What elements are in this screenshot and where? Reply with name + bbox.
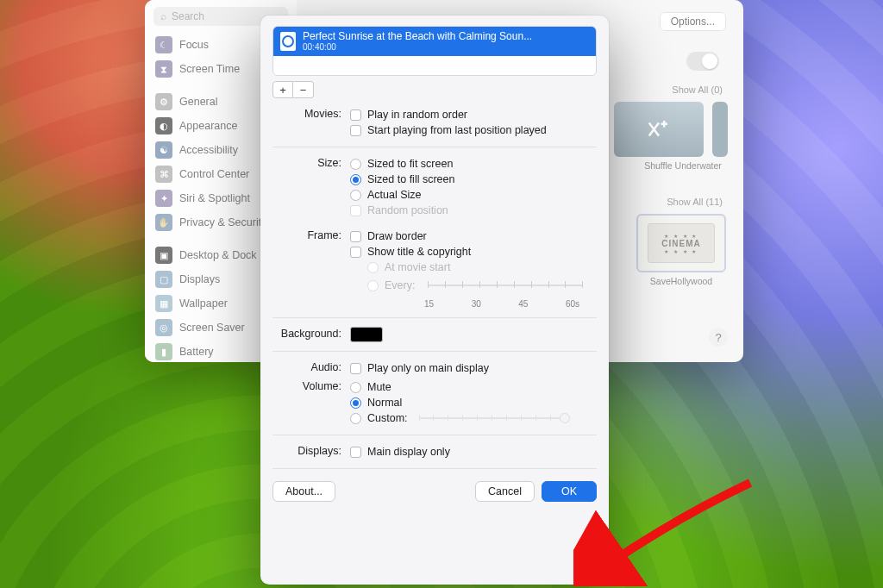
at-movie-start-option: At movie start: [350, 260, 597, 275]
volume-mute-option[interactable]: Mute: [350, 379, 597, 395]
option-label: Sized to fit screen: [367, 158, 453, 170]
movies-label: Movies:: [272, 107, 350, 120]
option-label: Sized to fill screen: [367, 173, 454, 185]
size-label: Size:: [272, 156, 350, 169]
audio-main-display-option[interactable]: Play only on main display: [350, 360, 597, 376]
hourglass-icon: ⧗: [155, 60, 172, 78]
divider: [272, 435, 597, 435]
accessibility-icon: ☯: [155, 141, 172, 159]
sidebar-item-label: General: [179, 96, 217, 108]
cancel-button[interactable]: Cancel: [475, 481, 535, 502]
dialog-button-row: About... Cancel OK: [272, 481, 597, 502]
divider: [272, 468, 597, 469]
option-label: Every:: [385, 279, 415, 291]
sidebar-item-label: Accessibility: [179, 144, 238, 156]
checkbox-icon: [350, 109, 361, 121]
remove-movie-button[interactable]: −: [293, 81, 314, 98]
random-order-option[interactable]: Play in random order: [350, 107, 597, 122]
radio-icon: [350, 413, 361, 424]
every-interval-option: Every:: [350, 275, 597, 296]
volume-normal-option[interactable]: Normal: [350, 395, 597, 410]
audio-label: Audio:: [272, 360, 350, 373]
checkbox-icon: [350, 205, 361, 216]
thumbnail-label: SaveHollywood: [636, 276, 726, 286]
checkbox-icon: [350, 125, 361, 136]
screensaver-toggle[interactable]: [686, 52, 719, 71]
ok-button[interactable]: OK: [542, 481, 597, 502]
checkbox-icon: [350, 231, 361, 242]
volume-slider: [419, 412, 566, 424]
screensaver-thumbnail-partial[interactable]: [712, 102, 728, 157]
option-label: Play only on main display: [367, 362, 489, 374]
main-display-only-option[interactable]: Main display only: [350, 444, 597, 460]
size-actual-option[interactable]: Actual Size: [350, 187, 597, 203]
about-button[interactable]: About...: [272, 481, 335, 502]
movie-list-item[interactable]: Perfect Sunrise at the Beach with Calmin…: [273, 27, 596, 56]
movie-duration: 00:40:00: [303, 42, 532, 52]
checkbox-icon: [350, 363, 361, 374]
screensaver-icon: ◎: [155, 319, 172, 336]
help-button[interactable]: ?: [709, 328, 728, 347]
radio-icon: [350, 397, 361, 409]
option-label: Show title & copyright: [367, 246, 471, 258]
sidebar-item-label: Focus: [179, 39, 209, 51]
add-movie-button[interactable]: +: [272, 81, 293, 98]
savehollywood-options-sheet: Perfect Sunrise at the Beach with Calmin…: [260, 16, 609, 585]
control-center-icon: ⌘: [155, 166, 172, 183]
sidebar-item-label: Desktop & Dock: [179, 249, 257, 261]
cinema-icon: ★ ★ ★ ★ CINEMA ★ ★ ★ ★: [648, 223, 715, 263]
checkbox-icon: [350, 247, 361, 258]
option-label: Random position: [367, 204, 448, 216]
slider-tick-labels: 15 30 45 60s: [424, 299, 579, 309]
sidebar-item-label: Control Center: [179, 168, 249, 180]
dock-icon: ▣: [155, 247, 172, 264]
appearance-icon: ◐: [155, 117, 172, 134]
size-fill-option[interactable]: Sized to fill screen: [350, 172, 597, 187]
slider-knob-icon: [560, 413, 570, 423]
checkbox-icon: [350, 447, 361, 458]
siri-icon: ✦: [155, 190, 172, 207]
screensaver-thumbnail-selected[interactable]: ★ ★ ★ ★ CINEMA ★ ★ ★ ★: [636, 214, 726, 272]
movies-list[interactable]: Perfect Sunrise at the Beach with Calmin…: [272, 26, 597, 76]
sidebar-item-label: Appearance: [179, 120, 237, 132]
background-color-well[interactable]: [350, 327, 383, 342]
radio-icon: [350, 174, 361, 185]
option-label: Actual Size: [367, 189, 422, 201]
displays-label: Displays:: [272, 444, 350, 457]
option-label: Mute: [367, 381, 391, 393]
radio-icon: [367, 262, 379, 273]
sidebar-item-label: Screen Saver: [179, 322, 245, 334]
option-label: Draw border: [367, 230, 427, 242]
random-position-option: Random position: [350, 203, 597, 218]
screensaver-thumbnail[interactable]: [614, 102, 704, 157]
movie-title: Perfect Sunrise at the Beach with Calmin…: [303, 31, 532, 42]
divider: [272, 147, 597, 147]
sidebar-item-label: Privacy & Security: [179, 216, 266, 228]
resume-playback-option[interactable]: Start playing from last position played: [350, 122, 597, 138]
option-label: Play in random order: [367, 109, 467, 121]
radio-icon: [350, 190, 361, 201]
option-label: Main display only: [367, 446, 450, 458]
draw-border-option[interactable]: Draw border: [350, 228, 597, 244]
sidebar-item-label: Screen Time: [179, 63, 240, 75]
search-placeholder: Search: [172, 10, 204, 22]
divider: [272, 351, 597, 352]
gear-icon: ⚙: [155, 93, 172, 110]
sidebar-item-label: Battery: [179, 346, 214, 358]
volume-custom-option[interactable]: Custom:: [350, 410, 597, 426]
interval-slider: [428, 277, 583, 294]
size-fit-option[interactable]: Sized to fit screen: [350, 156, 597, 172]
wallpaper-icon: ▦: [155, 295, 172, 312]
show-title-option[interactable]: Show title & copyright: [350, 244, 597, 260]
options-button[interactable]: Options...: [660, 12, 726, 31]
show-all-link-bottom[interactable]: Show All (11): [667, 197, 723, 207]
hand-icon: ✋: [155, 214, 172, 231]
thumbnail-label: Shuffle Underwater: [638, 160, 728, 171]
sidebar-item-label: Displays: [179, 273, 220, 285]
background-label: Background:: [272, 327, 350, 340]
option-label: At movie start: [385, 261, 450, 273]
frame-label: Frame:: [272, 228, 350, 241]
radio-icon: [367, 280, 379, 291]
option-label: Normal: [367, 397, 402, 409]
show-all-link-top[interactable]: Show All (0): [672, 84, 723, 95]
